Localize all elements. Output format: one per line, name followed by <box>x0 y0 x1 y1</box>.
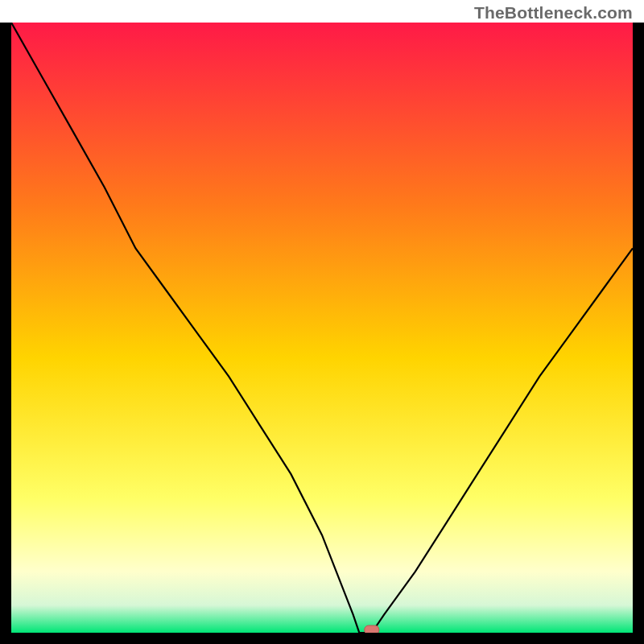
gradient-background <box>11 23 633 633</box>
optimal-marker <box>365 625 379 633</box>
watermark-text: TheBottleneck.com <box>474 3 633 23</box>
plot-border <box>0 23 644 644</box>
chart-svg <box>11 23 633 633</box>
chart-frame: TheBottleneck.com <box>0 0 644 644</box>
plot-area <box>11 23 633 633</box>
